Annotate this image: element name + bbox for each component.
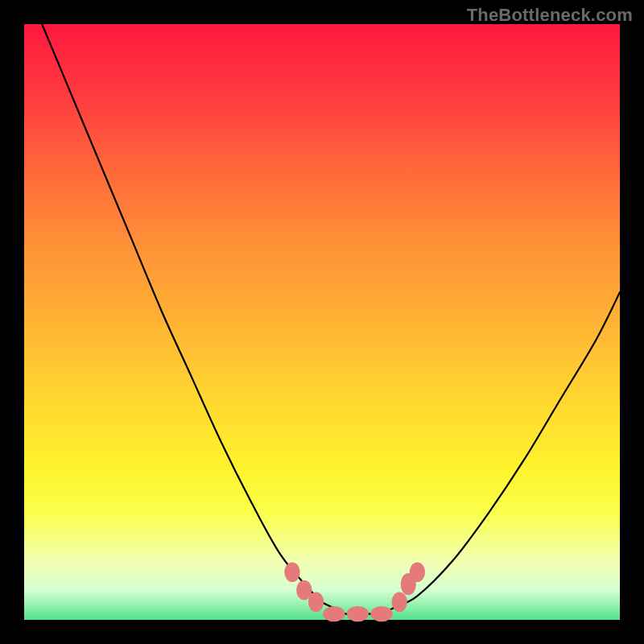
curve-marker	[323, 606, 345, 621]
curve-marker	[308, 592, 324, 613]
chart-frame: TheBottleneck.com	[0, 0, 644, 644]
curve-marker	[410, 563, 425, 583]
watermark-text: TheBottleneck.com	[467, 5, 633, 26]
curve-marker	[370, 606, 392, 621]
curve-marker	[347, 606, 369, 621]
curve-markers	[284, 563, 425, 622]
bottleneck-curve	[24, 24, 620, 620]
curve-marker	[284, 563, 299, 583]
plot-area	[24, 24, 620, 620]
curve-marker	[392, 592, 407, 613]
